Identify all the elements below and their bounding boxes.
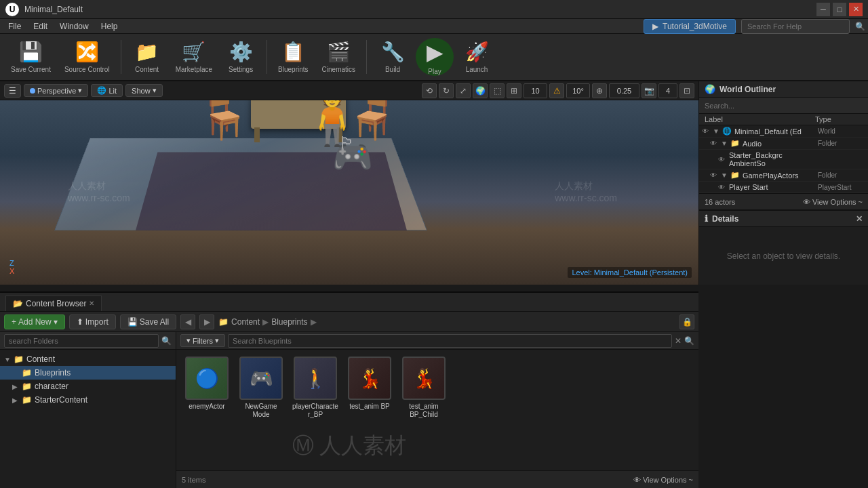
folder-item-starter[interactable]: ▶ 📁 StarterContent xyxy=(0,393,176,407)
add-new-button[interactable]: + Add New ▾ xyxy=(4,314,65,329)
outliner-search-input[interactable] xyxy=(699,98,868,114)
asset-item-test-anim-child[interactable]: 💃 test_anim BP_Child xyxy=(400,357,448,419)
launch-button[interactable]: 🚀 Launch xyxy=(456,37,497,77)
outliner-item-playerstart[interactable]: 👁 Player Start PlayerStart xyxy=(699,182,868,193)
folder-search-input[interactable] xyxy=(4,334,159,348)
asset-icon: 💃 xyxy=(358,367,382,390)
save-icon: 💾 xyxy=(19,41,43,63)
scale-icon[interactable]: ⤢ xyxy=(456,83,471,98)
translate-icon[interactable]: ⟲ xyxy=(422,83,437,98)
asset-search-input[interactable] xyxy=(228,334,672,348)
viewport-canvas[interactable]: 🪑 🪑 🧍 🎮 🏳 人人素材www.rr-sc.com 人人素材www.rr-s… xyxy=(0,100,698,285)
grid-icon[interactable]: ⊞ xyxy=(507,83,521,98)
lock-button[interactable]: 🔒 xyxy=(679,314,694,329)
eye-icon: 👁 xyxy=(718,184,726,191)
scale-snap-input[interactable] xyxy=(609,83,639,98)
close-button[interactable]: ✕ xyxy=(849,3,863,16)
outliner-item-world[interactable]: 👁 ▼ 🌐 Minimal_Default (Ed World xyxy=(699,125,868,138)
save-all-button[interactable]: 💾 Save All xyxy=(120,314,176,329)
breadcrumb-blueprints[interactable]: Blueprints xyxy=(271,317,307,327)
forward-button[interactable]: ▶ xyxy=(199,314,214,329)
toolbar: 💾 Save Current 🔀 Source Control 📁 Conten… xyxy=(0,34,868,81)
header-right: ▶ Tutorial_3dMotive 🔍 xyxy=(644,19,865,34)
expand-icon: ▼ xyxy=(713,127,719,135)
eye-icon: 👁 xyxy=(710,171,718,179)
source-control-icon: 🔀 xyxy=(75,41,99,63)
asset-item-newgame-mode[interactable]: 🎮 NewGame Mode xyxy=(237,357,285,419)
asset-thumb: 💃 xyxy=(402,357,446,400)
asset-item-enemy-actor[interactable]: 🔵 enemyActor xyxy=(183,357,231,419)
maximize-viewport-icon[interactable]: ⊡ xyxy=(679,83,694,98)
viewport-options-button[interactable]: ☰ xyxy=(4,84,21,98)
folder-name: StarterContent xyxy=(35,395,87,405)
folder-icon: 📁 xyxy=(730,171,740,180)
menu-file[interactable]: File xyxy=(3,20,26,33)
content-browser: 📂 Content Browser ✕ + Add New ▾ ⬆ Import… xyxy=(0,291,698,488)
item-type: Folder xyxy=(818,140,865,147)
magnet-icon[interactable]: ⊕ xyxy=(592,83,607,98)
maximize-button[interactable]: □ xyxy=(833,3,846,16)
back-button[interactable]: ◀ xyxy=(180,314,195,329)
asset-label: test_anim BP xyxy=(349,403,389,411)
camera-speed-input[interactable] xyxy=(658,83,677,98)
source-control-button[interactable]: 🔀 Source Control xyxy=(59,37,115,77)
build-button[interactable]: 🔧 Build xyxy=(372,37,413,77)
save-current-button[interactable]: 💾 Save Current xyxy=(5,37,56,77)
asset-view-options-button[interactable]: 👁 View Options ~ xyxy=(633,476,693,484)
play-button[interactable]: ▶ Play xyxy=(416,38,454,76)
col-label-header[interactable]: Label xyxy=(705,115,815,123)
show-button[interactable]: Show ▾ xyxy=(125,84,163,97)
save-all-label: Save All xyxy=(140,317,169,327)
details-close-button[interactable]: ✕ xyxy=(856,214,863,224)
tutorial-button[interactable]: ▶ Tutorial_3dMotive xyxy=(644,19,736,34)
rotation-snap-input[interactable] xyxy=(566,83,590,98)
cinematics-button[interactable]: 🎬 Cinematics xyxy=(317,37,361,77)
import-button[interactable]: ⬆ Import xyxy=(69,314,116,329)
grid-size-input[interactable] xyxy=(524,83,547,98)
item-count: 5 items xyxy=(182,476,205,484)
menu-window[interactable]: Window xyxy=(54,20,94,33)
search-clear-button[interactable]: ✕ xyxy=(675,336,682,346)
blueprints-icon: 📋 xyxy=(281,41,305,63)
filter-button[interactable]: ▾ Filters ▾ xyxy=(180,334,225,347)
settings-button[interactable]: ⚙️ Settings xyxy=(220,37,261,77)
world-icon[interactable]: 🌍 xyxy=(473,83,488,98)
lit-button[interactable]: 🌐 Lit xyxy=(91,84,123,97)
marketplace-button[interactable]: 🛒 Marketplace xyxy=(170,37,218,77)
cb-tab-close-button[interactable]: ✕ xyxy=(89,300,94,307)
outliner-item-audio[interactable]: 👁 ▼ 📁 Audio Folder xyxy=(699,138,868,150)
asset-grid: ▾ Filters ▾ ✕ 🔍 🔵 enemyActor xyxy=(176,332,698,488)
folder-item-blueprints[interactable]: 📁 Blueprints xyxy=(0,366,176,380)
outliner-item-gameplay[interactable]: 👁 ▼ 📁 GamePlayActors Folder xyxy=(699,169,868,182)
menu-help[interactable]: Help xyxy=(96,20,123,33)
content-browser-tab[interactable]: 📂 Content Browser ✕ xyxy=(5,296,102,311)
folder-name: Blueprints xyxy=(35,368,71,378)
minimize-button[interactable]: ─ xyxy=(816,3,830,16)
warning-icon[interactable]: ⚠ xyxy=(549,83,564,98)
rotate-icon[interactable]: ↻ xyxy=(439,83,454,98)
help-search-input[interactable] xyxy=(741,19,850,34)
asset-label: NewGame Mode xyxy=(237,403,285,419)
blueprints-label: Blueprints xyxy=(278,66,308,73)
surface-icon[interactable]: ⬚ xyxy=(490,83,505,98)
outliner-view-options-button[interactable]: 👁 View Options ~ xyxy=(803,198,863,206)
chair-left: 🪑 xyxy=(197,100,251,142)
asset-label: test_anim BP_Child xyxy=(400,403,448,419)
breadcrumb-sep: ▶ xyxy=(262,317,269,327)
folder-item-character[interactable]: ▶ 📁 character xyxy=(0,380,176,393)
camera-icon[interactable]: 📷 xyxy=(642,83,656,98)
world-outliner-header: 🌍 World Outliner xyxy=(699,81,868,98)
blueprints-button[interactable]: 📋 Blueprints xyxy=(273,37,313,77)
breadcrumb-content[interactable]: Content xyxy=(231,317,260,327)
folder-item-content[interactable]: ▼ 📁 Content xyxy=(0,352,176,366)
folder-tree-items: ▼ 📁 Content 📁 Blueprints ▶ 📁 character ▶ xyxy=(0,350,176,488)
outliner-item-starter[interactable]: 👁 Starter_Backgrc AmbientSo xyxy=(699,150,868,169)
perspective-button[interactable]: Perspective ▾ xyxy=(24,84,88,97)
level-name: Minimal_Default (Persistent) xyxy=(594,268,688,277)
asset-item-test-anim[interactable]: 💃 test_anim BP xyxy=(346,357,393,419)
asset-item-player-character[interactable]: 🚶 playerCharacter_BP xyxy=(292,357,339,419)
menu-edit[interactable]: Edit xyxy=(28,20,53,33)
content-button[interactable]: 📁 Content xyxy=(127,37,167,77)
level-info: Level: Minimal_Default (Persistent) xyxy=(568,267,692,278)
col-type-header[interactable]: Type xyxy=(815,115,863,123)
